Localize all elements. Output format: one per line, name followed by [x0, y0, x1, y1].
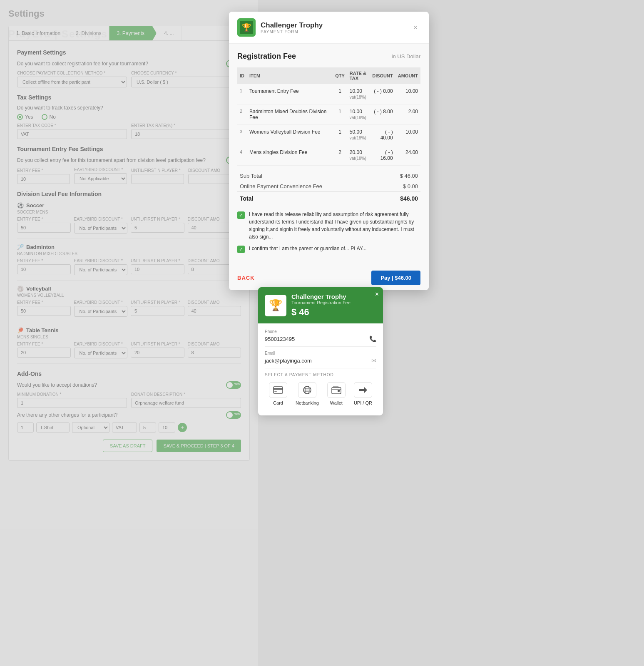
agreement2-row: I confirm that I am the parent or guardi… — [237, 245, 420, 253]
modal-body: Registration Fee in US Dollar ID ITEM QT… — [229, 44, 429, 266]
row4-rate: 20.00vat(18%) — [347, 145, 369, 166]
fee-table-body: 1 Tournament Entry Fee 1 10.00vat(18%) (… — [237, 84, 420, 166]
row2-item: Badminton Mixed Doubles Division Fee — [247, 104, 333, 125]
total-label: Total — [240, 195, 253, 202]
col-item: ITEM — [247, 67, 333, 84]
payment-widget: 🏆 Challenger Trophy Tournament Registrat… — [258, 287, 383, 415]
row3-discount: ( - ) 40.00 — [369, 125, 395, 145]
payment-method-netbanking[interactable]: Netbanking — [296, 382, 319, 405]
row2-id: 2 — [237, 104, 247, 125]
phone-value: 9500123495 — [265, 336, 295, 342]
fee-table-head: ID ITEM QTY RATE &TAX DISOUNT AMOUNT — [237, 67, 420, 84]
select-method-title: SELECT A PAYMENT METHOD — [265, 373, 376, 377]
wallet-icon — [327, 382, 346, 398]
modal-footer: BACK Pay | $46.00 — [229, 266, 429, 290]
reg-fee-header: Registration Fee in US Dollar — [237, 52, 420, 61]
subtotal-value: $ 46.00 — [400, 173, 418, 179]
widget-name: Challenger Trophy — [291, 293, 376, 300]
svg-rect-9 — [338, 390, 340, 392]
total-row: Total $46.00 — [237, 191, 420, 204]
agreements-section: I have read this release reliability and… — [237, 211, 420, 253]
upi-icon — [354, 382, 372, 398]
widget-sub: Tournament Registration Fee — [291, 300, 376, 305]
table-row: 1 Tournament Entry Fee 1 10.00vat(18%) (… — [237, 84, 420, 104]
modal-title: Challenger Trophy — [261, 21, 405, 30]
row1-amount: 10.00 — [395, 84, 420, 104]
row1-qty: 1 — [333, 84, 347, 104]
email-row: jack@playinga.com ✉ — [265, 357, 376, 368]
email-icon: ✉ — [371, 357, 376, 364]
widget-amount: $ 46 — [291, 307, 376, 318]
row4-qty: 2 — [333, 145, 347, 166]
row3-rate: 50.00vat(18%) — [347, 125, 369, 145]
subtotal-row: Sub Total $ 46.00 — [237, 171, 420, 181]
upi-label: UPI / QR — [354, 400, 372, 405]
row3-id: 3 — [237, 125, 247, 145]
table-row: 2 Badminton Mixed Doubles Division Fee 1… — [237, 104, 420, 125]
agreement2-checkbox[interactable] — [237, 246, 245, 253]
phone-icon: 📞 — [369, 335, 376, 342]
email-value: jack@playinga.com — [265, 358, 312, 364]
row4-amount: 24.00 — [395, 145, 420, 166]
agreement1-row: I have read this release reliability and… — [237, 211, 420, 241]
row1-discount: ( - ) 0.00 — [369, 84, 395, 104]
row2-rate: 10.00vat(18%) — [347, 104, 369, 125]
card-icon — [269, 382, 287, 398]
email-section: Email jack@playinga.com ✉ — [265, 351, 376, 368]
col-rate: RATE &TAX — [347, 67, 369, 84]
phone-section: Phone 9500123495 📞 — [265, 329, 376, 347]
agreement1-text: I have read this release reliability and… — [249, 211, 420, 241]
email-label: Email — [265, 351, 376, 355]
row4-discount: ( - ) 16.00 — [369, 145, 395, 166]
payment-method-upi[interactable]: UPI / QR — [354, 382, 372, 405]
netbanking-icon — [298, 382, 316, 398]
netbanking-label: Netbanking — [296, 400, 319, 405]
svg-rect-2 — [274, 391, 277, 392]
totals-section: Sub Total $ 46.00 Online Payment Conveni… — [237, 171, 420, 204]
fee-table: ID ITEM QTY RATE &TAX DISOUNT AMOUNT 1 T… — [237, 67, 420, 166]
svg-marker-10 — [359, 387, 367, 393]
convenience-row: Online Payment Convenience Fee $ 0.00 — [237, 181, 420, 191]
col-discount: DISOUNT — [369, 67, 395, 84]
payment-methods: Card Netbanking — [265, 382, 376, 410]
widget-header: 🏆 Challenger Trophy Tournament Registrat… — [258, 287, 383, 323]
agreement1-checkbox[interactable] — [237, 211, 245, 219]
row1-rate: 10.00vat(18%) — [347, 84, 369, 104]
modal-title-group: Challenger Trophy PAYMENT FORM — [261, 21, 405, 34]
trophy-icon: 🏆 — [240, 21, 253, 34]
fee-table-header-row: ID ITEM QTY RATE &TAX DISOUNT AMOUNT — [237, 67, 420, 84]
widget-close-button[interactable]: × — [375, 291, 379, 298]
widget-body: Phone 9500123495 📞 Email jack@playinga.c… — [258, 323, 383, 415]
row2-amount: 2.00 — [395, 104, 420, 125]
agreement2-text: I confirm that I am the parent or guardi… — [249, 245, 366, 252]
modal-subtitle: PAYMENT FORM — [261, 30, 405, 34]
reg-fee-currency: in US Dollar — [392, 53, 420, 60]
row2-qty: 1 — [333, 104, 347, 125]
card-label: Card — [273, 400, 283, 405]
row3-qty: 1 — [333, 125, 347, 145]
col-amount: AMOUNT — [395, 67, 420, 84]
row4-id: 4 — [237, 145, 247, 166]
row4-item: Mens singles Division Fee — [247, 145, 333, 166]
widget-logo: 🏆 — [265, 295, 286, 316]
convenience-value: $ 0.00 — [403, 183, 418, 189]
payment-modal: 🏆 Challenger Trophy PAYMENT FORM × Regis… — [229, 12, 429, 290]
widget-trophy-icon: 🏆 — [269, 299, 282, 312]
row1-id: 1 — [237, 84, 247, 104]
modal-close-button[interactable]: × — [410, 22, 420, 32]
back-button[interactable]: BACK — [237, 275, 255, 281]
payment-method-card[interactable]: Card — [269, 382, 287, 405]
phone-row: 9500123495 📞 — [265, 335, 376, 347]
widget-info: Challenger Trophy Tournament Registratio… — [291, 293, 376, 318]
payment-method-wallet[interactable]: Wallet — [327, 382, 346, 405]
modal-header: 🏆 Challenger Trophy PAYMENT FORM × — [229, 12, 429, 44]
svg-rect-1 — [274, 388, 283, 390]
row3-item: Womens Volleyball Division Fee — [247, 125, 333, 145]
col-qty: QTY — [333, 67, 347, 84]
wallet-label: Wallet — [330, 400, 343, 405]
table-row: 4 Mens singles Division Fee 2 20.00vat(1… — [237, 145, 420, 166]
col-id: ID — [237, 67, 247, 84]
phone-label: Phone — [265, 329, 376, 334]
subtotal-label: Sub Total — [240, 173, 262, 179]
pay-button[interactable]: Pay | $46.00 — [371, 271, 420, 285]
